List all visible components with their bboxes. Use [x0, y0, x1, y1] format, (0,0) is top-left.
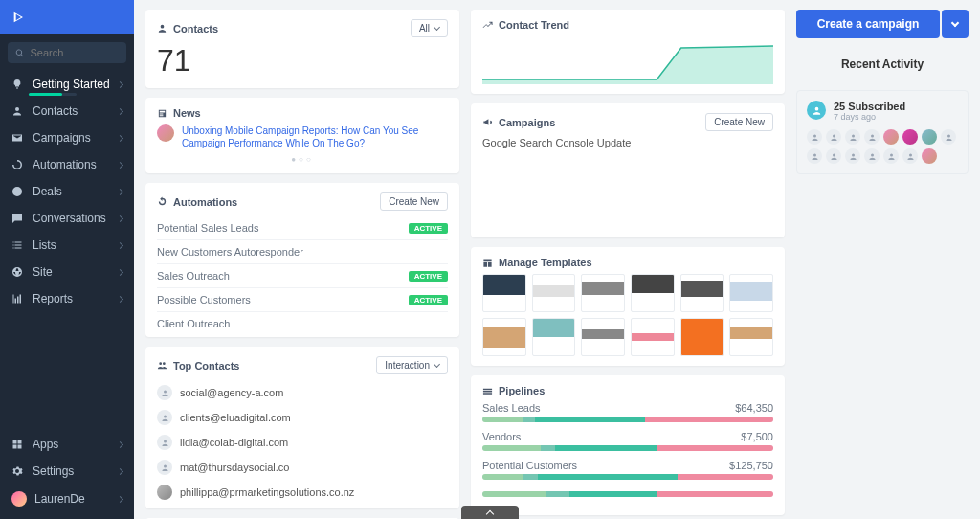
- template-thumb[interactable]: [631, 318, 675, 356]
- pipeline-row[interactable]: Potential Customers$125,750: [482, 460, 773, 480]
- automation-row[interactable]: Client Outreach: [157, 311, 448, 335]
- automation-name: Client Outreach: [157, 318, 230, 329]
- subscriber-avatar[interactable]: [883, 148, 899, 164]
- card-title: News: [173, 107, 201, 119]
- caret-down-icon: [434, 361, 440, 368]
- nav-conversations[interactable]: Conversations: [0, 205, 134, 232]
- nav-lists[interactable]: Lists: [0, 232, 134, 259]
- contact-row[interactable]: clients@eluadigital.com: [157, 405, 448, 430]
- nav-label: Lists: [33, 238, 56, 252]
- column-b: Contact Trend Campaigns Create New Googl…: [471, 10, 785, 519]
- contact-row[interactable]: lidia@colab-digital.com: [157, 430, 448, 455]
- subscriber-avatar[interactable]: [845, 129, 860, 145]
- bottom-drawer-handle[interactable]: [461, 506, 519, 519]
- nav-deals[interactable]: Deals: [0, 178, 134, 205]
- subscriber-avatar[interactable]: [807, 148, 822, 164]
- nav-settings[interactable]: Settings: [0, 458, 134, 485]
- activity-time: 7 days ago: [834, 112, 905, 122]
- template-thumb[interactable]: [680, 318, 724, 356]
- contact-avatar: [157, 485, 172, 500]
- template-thumb[interactable]: [729, 318, 773, 356]
- subscriber-avatar[interactable]: [826, 129, 841, 145]
- subscriber-avatar[interactable]: [864, 129, 880, 145]
- card-title: Top Contacts: [173, 360, 239, 372]
- nav-label: Reports: [33, 292, 73, 305]
- contacts-sort[interactable]: Interaction: [376, 356, 448, 374]
- nav-reports[interactable]: Reports: [0, 285, 134, 312]
- refresh-icon: [157, 196, 167, 207]
- chevron-right-icon: [117, 467, 123, 474]
- subscriber-avatar[interactable]: [807, 129, 822, 145]
- list-icon: [11, 239, 23, 251]
- pipeline-name: Sales Leads: [482, 402, 541, 414]
- trend-icon: [482, 20, 493, 31]
- template-thumb[interactable]: [482, 318, 526, 356]
- author-avatar: [157, 124, 174, 142]
- template-thumb[interactable]: [631, 274, 675, 312]
- news-headline[interactable]: Unboxing Mobile Campaign Reports: How Ca…: [182, 124, 448, 149]
- template-thumb[interactable]: [581, 318, 625, 356]
- logo[interactable]: [0, 0, 134, 34]
- template-thumb[interactable]: [482, 274, 526, 312]
- chevron-right-icon: [117, 440, 123, 447]
- create-campaign-button[interactable]: Create New: [705, 113, 773, 131]
- automation-name: Possible Customers: [157, 294, 251, 305]
- nav-site[interactable]: Site: [0, 259, 134, 285]
- user-avatar: [11, 491, 27, 507]
- create-campaign-button[interactable]: Create a campaign: [796, 10, 940, 38]
- nav-campaigns[interactable]: Campaigns: [0, 124, 134, 151]
- create-campaign-dropdown[interactable]: [942, 10, 969, 38]
- automation-row[interactable]: Sales OutreachACTIVE: [157, 263, 448, 287]
- subscriber-avatar[interactable]: [864, 148, 880, 164]
- chevron-up-icon: [486, 509, 494, 517]
- status-badge: ACTIVE: [409, 271, 448, 282]
- template-thumb[interactable]: [532, 318, 576, 356]
- nav-apps[interactable]: Apps: [0, 431, 134, 458]
- subscriber-avatar[interactable]: [941, 129, 956, 145]
- subscriber-avatar[interactable]: [902, 148, 918, 164]
- search-input[interactable]: [30, 47, 119, 58]
- card-title: Contact Trend: [499, 19, 569, 31]
- chevron-right-icon: [117, 80, 123, 87]
- nav-getting-started[interactable]: Getting Started: [0, 71, 134, 98]
- pipeline-bar: [482, 417, 773, 422]
- automations-card: Automations Create New Potential Sales L…: [145, 183, 459, 337]
- automation-row[interactable]: Potential Sales LeadsACTIVE: [157, 216, 448, 239]
- card-title: Automations: [173, 196, 237, 208]
- pipeline-row[interactable]: Vendors$7,500: [482, 431, 773, 451]
- pipeline-row[interactable]: [482, 488, 773, 497]
- contact-row[interactable]: social@agency-a.com: [157, 380, 448, 405]
- contact-row[interactable]: mat@thursdaysocial.co: [157, 455, 448, 480]
- chart-icon: [11, 293, 23, 305]
- chevron-right-icon: [117, 495, 123, 502]
- template-thumb[interactable]: [581, 274, 625, 312]
- create-automation-button[interactable]: Create New: [380, 192, 448, 211]
- automation-row[interactable]: New Customers Autoresponder: [157, 239, 448, 263]
- chevron-right-icon: [117, 188, 123, 194]
- template-thumb[interactable]: [532, 274, 576, 312]
- nav-user[interactable]: LaurenDe: [0, 485, 134, 513]
- subscriber-avatar[interactable]: [922, 148, 937, 164]
- nav-automations[interactable]: Automations: [0, 151, 134, 178]
- campaign-item[interactable]: Google Search Console Update: [482, 137, 773, 148]
- activity-card[interactable]: 25 Subscribed 7 days ago: [796, 90, 969, 174]
- subscriber-avatar[interactable]: [922, 129, 937, 145]
- chevron-right-icon: [117, 161, 123, 168]
- subscriber-avatar[interactable]: [826, 148, 841, 164]
- subscriber-avatar[interactable]: [902, 129, 918, 145]
- contacts-filter[interactable]: All: [411, 19, 448, 37]
- nav-contacts[interactable]: Contacts: [0, 98, 134, 124]
- contact-row[interactable]: phillippa@prmarketingsolutions.co.nz: [157, 480, 448, 505]
- template-thumb[interactable]: [729, 274, 773, 312]
- news-card: News Unboxing Mobile Campaign Reports: H…: [145, 98, 459, 173]
- contact-avatar: [157, 410, 172, 425]
- pipeline-row[interactable]: Sales Leads$64,350: [482, 402, 773, 422]
- template-thumb[interactable]: [680, 274, 724, 312]
- subscriber-avatar[interactable]: [883, 129, 899, 145]
- subscriber-avatar[interactable]: [845, 148, 860, 164]
- nav: Getting Started Contacts Campaigns Autom…: [0, 71, 134, 431]
- gear-icon: [11, 465, 23, 477]
- carousel-dots[interactable]: ●○○: [157, 155, 448, 164]
- search-box[interactable]: [8, 42, 126, 63]
- automation-row[interactable]: Possible CustomersACTIVE: [157, 287, 448, 311]
